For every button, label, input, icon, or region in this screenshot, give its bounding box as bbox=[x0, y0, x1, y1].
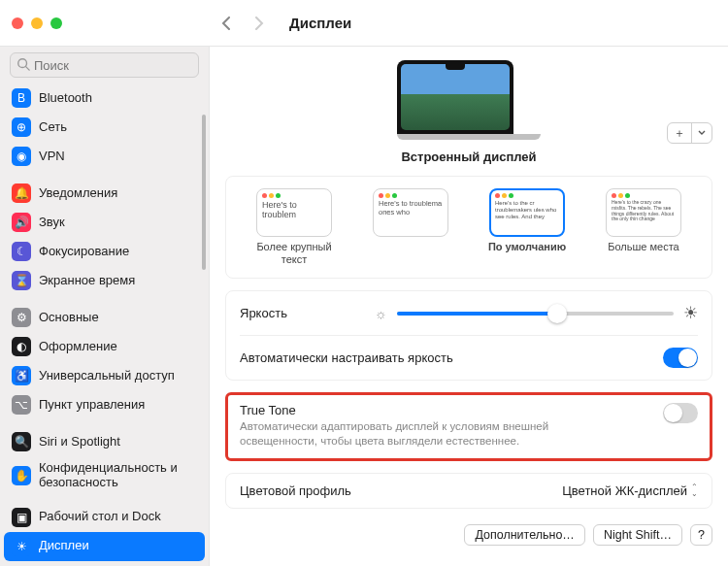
night-shift-button[interactable]: Night Shift… bbox=[593, 524, 682, 546]
sidebar-icon: ✋ bbox=[12, 466, 31, 485]
sidebar-item-label: Siri и Spotlight bbox=[39, 435, 120, 449]
footer-buttons: Дополнительно… Night Shift… ? bbox=[225, 520, 712, 546]
sidebar-item-7[interactable]: ⚙Основные bbox=[4, 303, 205, 332]
true-tone-title: True Tone bbox=[240, 403, 653, 417]
sidebar-item-5[interactable]: ☾Фокусирование bbox=[4, 237, 205, 266]
sidebar-icon: 🔔 bbox=[12, 183, 31, 203]
search-field[interactable] bbox=[30, 58, 192, 73]
sidebar-icon: ◐ bbox=[12, 337, 31, 356]
sidebar-icon: ⚙ bbox=[12, 308, 31, 327]
sidebar-item-label: Уведомления bbox=[39, 186, 117, 201]
color-profile-value: Цветной ЖК-дисплей bbox=[562, 483, 687, 498]
sidebar-item-14[interactable]: ☀Дисплеи bbox=[4, 532, 205, 561]
chevron-down-icon bbox=[692, 123, 711, 143]
sidebar-item-label: Фокусирование bbox=[39, 245, 129, 259]
svg-line-1 bbox=[26, 66, 30, 70]
sidebar-item-11[interactable]: 🔍Siri и Spotlight bbox=[4, 427, 205, 456]
sidebar-item-label: Сеть bbox=[39, 120, 67, 135]
sidebar-icon: 🔍 bbox=[12, 432, 31, 451]
forward-button[interactable] bbox=[247, 11, 272, 36]
resolution-option-2[interactable]: Here's to the cr troublemakers ules who … bbox=[479, 188, 576, 266]
color-profile-label: Цветовой профиль bbox=[240, 483, 351, 498]
true-tone-panel: True Tone Автоматически адаптировать дис… bbox=[225, 392, 712, 461]
sidebar-icon: ♿ bbox=[12, 366, 31, 385]
titlebar: Дисплеи bbox=[0, 0, 728, 47]
sun-large-icon: ☀ bbox=[683, 303, 698, 323]
resolution-option-0[interactable]: Here's to troublemБолее крупный текст bbox=[246, 188, 343, 266]
search-icon bbox=[17, 57, 30, 74]
brightness-label: Яркость bbox=[240, 306, 287, 320]
sidebar: BBluetooth⊕Сеть◉VPN🔔Уведомления🔊Звук☾Фок… bbox=[0, 47, 210, 566]
resolution-label: По умолчанию bbox=[488, 241, 566, 253]
color-profile-panel: Цветовой профиль Цветной ЖК-дисплей ⌃⌄ bbox=[225, 473, 712, 509]
sidebar-item-8[interactable]: ◐Оформление bbox=[4, 332, 205, 361]
scrollbar-thumb[interactable] bbox=[202, 115, 206, 270]
auto-brightness-toggle[interactable] bbox=[663, 348, 698, 368]
advanced-button[interactable]: Дополнительно… bbox=[464, 524, 584, 546]
sidebar-icon: ◉ bbox=[12, 147, 31, 166]
sidebar-item-6[interactable]: ⌛Экранное время bbox=[4, 266, 205, 295]
sidebar-item-1[interactable]: ⊕Сеть bbox=[4, 113, 205, 142]
brightness-panel: Яркость ☼ ☀ Автоматически настраивать яр… bbox=[225, 290, 712, 381]
sidebar-item-12[interactable]: ✋Конфиденциальность и безопасность bbox=[4, 456, 205, 495]
sidebar-icon: ⊕ bbox=[12, 117, 31, 137]
sidebar-item-4[interactable]: 🔊Звук bbox=[4, 208, 205, 237]
sidebar-item-label: Bluetooth bbox=[39, 91, 92, 106]
window-controls bbox=[12, 17, 206, 29]
minimize-icon[interactable] bbox=[31, 17, 43, 29]
updown-icon: ⌃⌄ bbox=[691, 484, 698, 497]
sidebar-item-label: VPN bbox=[39, 150, 65, 164]
sidebar-icon: ☾ bbox=[12, 242, 31, 261]
sun-small-icon: ☼ bbox=[375, 306, 387, 321]
resolution-thumb: Here's to the cr troublemakers ules who … bbox=[489, 188, 565, 237]
color-profile-select[interactable]: Цветной ЖК-дисплей ⌃⌄ bbox=[562, 483, 698, 498]
sidebar-item-label: Дисплеи bbox=[39, 539, 89, 553]
device-name: Встроенный дисплей bbox=[401, 150, 536, 164]
sidebar-item-label: Экранное время bbox=[39, 274, 135, 288]
sidebar-item-label: Звук bbox=[39, 216, 65, 230]
sidebar-item-10[interactable]: ⌥Пункт управления bbox=[4, 390, 205, 419]
sidebar-item-label: Рабочий стол и Dock bbox=[39, 510, 161, 524]
sidebar-item-15[interactable]: 🖼Обои bbox=[4, 561, 205, 566]
zoom-icon[interactable] bbox=[50, 17, 62, 29]
close-icon[interactable] bbox=[12, 17, 23, 29]
resolution-thumb: Here's to troublema ones who bbox=[373, 188, 448, 237]
search-input[interactable] bbox=[10, 52, 199, 78]
sidebar-item-13[interactable]: ▣Рабочий стол и Dock bbox=[4, 503, 205, 532]
sidebar-icon: ⌥ bbox=[12, 395, 31, 415]
sidebar-item-3[interactable]: 🔔Уведомления bbox=[4, 179, 205, 208]
brightness-row: Яркость ☼ ☀ bbox=[240, 291, 698, 336]
page-title: Дисплеи bbox=[289, 15, 351, 31]
auto-brightness-label: Автоматически настраивать яркость bbox=[240, 350, 453, 365]
true-tone-description: Автоматически адаптировать дисплей к усл… bbox=[240, 419, 653, 449]
sidebar-icon: ⌛ bbox=[12, 271, 31, 290]
sidebar-item-2[interactable]: ◉VPN bbox=[4, 142, 205, 171]
resolution-thumb: Here's to the crazy one misfits. The reb… bbox=[606, 188, 681, 237]
sidebar-item-9[interactable]: ♿Универсальный доступ bbox=[4, 361, 205, 390]
resolution-label: Больше места bbox=[608, 241, 678, 253]
sidebar-item-0[interactable]: BBluetooth bbox=[4, 83, 205, 113]
sidebar-icon: B bbox=[12, 88, 31, 108]
sidebar-item-label: Основные bbox=[39, 311, 99, 325]
brightness-slider[interactable] bbox=[397, 305, 674, 322]
resolution-panel: Here's to troublemБолее крупный текстHer… bbox=[225, 176, 712, 279]
resolution-thumb: Here's to troublem bbox=[256, 188, 332, 237]
laptop-icon bbox=[397, 60, 513, 134]
resolution-option-1[interactable]: Here's to troublema ones who bbox=[362, 188, 459, 266]
true-tone-toggle[interactable] bbox=[663, 403, 698, 423]
help-button[interactable]: ? bbox=[690, 524, 712, 546]
back-button[interactable] bbox=[214, 11, 239, 36]
sidebar-item-label: Универсальный доступ bbox=[39, 369, 175, 383]
auto-brightness-row: Автоматически настраивать яркость bbox=[240, 336, 698, 380]
sidebar-item-label: Оформление bbox=[39, 340, 117, 354]
resolution-label: Более крупный текст bbox=[246, 241, 343, 266]
plus-icon: ＋ bbox=[668, 123, 692, 143]
resolution-option-3[interactable]: Here's to the crazy one misfits. The reb… bbox=[595, 188, 692, 266]
add-display-button[interactable]: ＋ bbox=[667, 122, 712, 144]
content-pane: Встроенный дисплей ＋ Here's to troublemБ… bbox=[210, 47, 728, 566]
device-preview: Встроенный дисплей ＋ bbox=[225, 60, 712, 164]
sidebar-item-label: Пункт управления bbox=[39, 398, 145, 413]
sidebar-item-label: Конфиденциальность и безопасность bbox=[39, 461, 197, 490]
sidebar-icon: ▣ bbox=[12, 508, 31, 527]
sidebar-icon: ☀ bbox=[12, 537, 31, 556]
